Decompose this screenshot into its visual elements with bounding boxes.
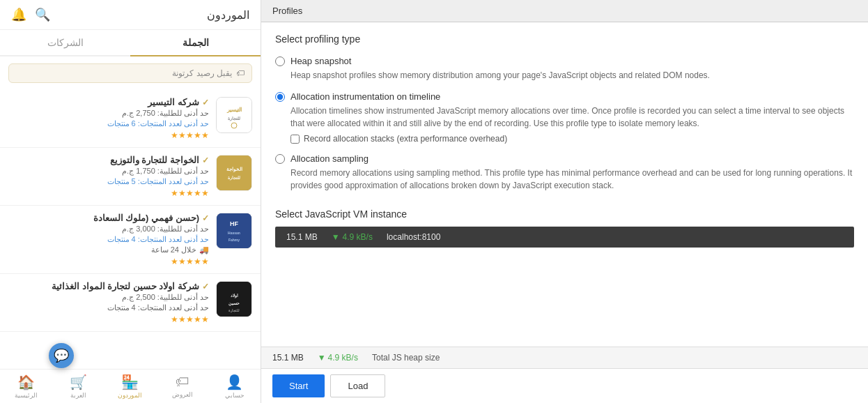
vendor-logo: التيسير للتجارة [216,97,252,133]
svg-rect-0 [217,98,251,132]
tab-companies[interactable]: الشركات [0,30,130,55]
allocation-instrumentation-title: Allocation instrumentation on timeline [290,91,440,102]
vendor-min-order: حد أدنى للطلبية: 1,750 ج.م [8,167,209,176]
heap-snapshot-radio[interactable] [275,56,285,66]
heap-size-label: Total JS heap size [372,353,440,363]
vendor-stars: ★★★★★ [8,314,209,324]
radio-group: Heap snapshot Heap snapshot profiles sho… [275,56,854,192]
search-icon[interactable]: 🔍 [35,7,50,22]
verified-badge: ✓ [202,98,209,107]
nav-item-vendors[interactable]: 🏪 الموردون [104,374,157,399]
heap-size-value: 15.1 MB [272,353,304,363]
heap-snapshot-desc: Heap snapshot profiles show memory distr… [290,69,854,82]
search-bar[interactable]: 🏷 يقبل رصيد كرتونة [8,63,252,83]
vendor-stars: ★★★★★ [8,257,209,266]
tab-wholesale[interactable]: الجملة [130,30,261,56]
svg-rect-4 [217,155,251,190]
chat-bubble[interactable]: 💬 [49,343,74,368]
svg-text:Hassan: Hassan [228,231,240,235]
header-icons: 🔔 🔍 [11,7,50,22]
profiles-tab[interactable]: Profiles [261,0,868,22]
verified-badge: ✓ [202,282,209,291]
profiles-content: Select profiling type Heap snapshot Heap… [261,22,868,347]
vendor-logo: اولاد حسين للتجارة [216,281,252,317]
svg-text:للتجارة: للتجارة [228,308,240,313]
allocation-sampling-option: Allocation sampling Record memory alloca… [275,153,854,192]
heap-snapshot-label[interactable]: Heap snapshot [275,56,854,66]
vendor-min-products: حد أدنى لعدد المنتجات: 5 منتجات [8,177,209,186]
vm-section-title: Select JavaScript VM instance [275,208,854,220]
svg-text:Fahmy: Fahmy [228,238,240,242]
svg-text:حسين: حسين [228,301,240,306]
cart-icon: 🛒 [70,374,87,390]
vm-instance-row[interactable]: 15.1 MB ▼ 4.9 kB/s localhost:8100 [275,227,854,248]
list-item[interactable]: التيسير للتجارة ✓ شركه التيسير حد أدنى ل… [0,90,261,148]
svg-text:اولاد: اولاد [231,294,238,298]
list-item[interactable]: اولاد حسين للتجارة ✓ شركة اولاد حسين لتج… [0,274,261,332]
download-arrow-icon: ▼ [332,232,340,242]
vendor-stars: ★★★★★ [8,188,209,198]
vendor-name: ✓ شركة اولاد حسين لتجارة المواد الغذائية [8,281,209,291]
nav-label: العروض [172,391,193,398]
verified-badge: ✓ [202,155,209,165]
allocation-sampling-radio[interactable] [275,154,285,164]
bell-icon[interactable]: 🔔 [11,7,26,22]
allocation-instrumentation-desc: Allocation timelines show instrumented J… [290,105,854,130]
allocation-instrumentation-option: Allocation instrumentation on timeline A… [275,91,854,144]
action-buttons: Start Load [261,368,868,403]
allocation-sampling-title: Allocation sampling [290,153,369,164]
vendor-name: ✓ (حسن فهمي (ملوك السعادة [8,213,209,223]
allocation-instrumentation-radio[interactable] [275,92,285,102]
allocation-sampling-label[interactable]: Allocation sampling [275,153,854,164]
svg-text:للتجارة: للتجارة [228,116,240,121]
home-icon: 🏠 [17,374,35,390]
nav-label: العربة [70,392,86,399]
nav-label: الموردون [118,392,142,399]
nav-item-home[interactable]: 🏠 الرئيسية [0,374,52,399]
vm-speed: ▼ 4.9 kB/s [332,232,373,242]
vm-size: 15.1 MB [286,232,318,242]
vendor-min-products: حد أدنى لعدد المنتجات: 6 منتجات [8,119,209,128]
svg-text:التيسير: التيسير [226,107,242,113]
allocation-stacks-label: Record allocation stacks (extra performa… [304,134,507,144]
list-item[interactable]: HF Hassan Fahmy ✓ (حسن فهمي (ملوك السعاد… [0,206,261,274]
vendor-min-products: حد أدنى لعدد المنتجات: 4 منتجات [8,303,209,312]
allocation-stacks-checkbox[interactable] [290,135,300,144]
list-item[interactable]: الخواجة للتجارة ✓ الخواجة للتجارة والتوز… [0,148,261,206]
bottom-stats-bar: 15.1 MB ▼ 4.9 kB/s Total JS heap size [261,347,868,368]
nav-item-cart[interactable]: 🛒 العربة [52,374,104,399]
svg-text:للتجارة: للتجارة [228,176,240,181]
heap-speed: ▼ 4.9 kB/s [318,353,358,363]
mobile-header: 🔔 🔍 الموردون [0,0,261,30]
allocation-instrumentation-label[interactable]: Allocation instrumentation on timeline [275,91,854,102]
bottom-nav: 🏠 الرئيسية 🛒 العربة 🏪 الموردون 🏷 العروض … [0,369,261,403]
start-button[interactable]: Start [272,374,325,397]
vendor-info: ✓ (حسن فهمي (ملوك السعادة حد أدنى للطلبي… [8,213,209,266]
vm-url: localhost:8100 [387,232,440,242]
speed-arrow-icon: ▼ [318,353,326,363]
nav-label: حسابي [225,392,245,399]
vendor-min-order: حد أدنى للطلبية: 2,500 ج.م [8,293,209,302]
filter-icon: 🏷 [236,68,245,78]
offers-icon: 🏷 [176,374,189,390]
svg-text:الخواجة: الخواجة [226,167,242,172]
vendor-logo: HF Hassan Fahmy [216,213,252,249]
page-title: الموردون [207,8,249,22]
devtools-panel: Profiles Select profiling type Heap snap… [261,0,868,403]
vendor-info: ✓ الخواجة للتجارة والتوزيع حد أدنى للطلب… [8,155,209,198]
load-button[interactable]: Load [330,374,385,397]
vendor-name: ✓ شركه التيسير [8,97,209,107]
nav-label: الرئيسية [15,392,38,399]
checkbox-row: Record allocation stacks (extra performa… [290,134,854,144]
search-label: يقبل رصيد كرتونة [172,68,232,78]
nav-item-offers[interactable]: 🏷 العروض [156,374,208,399]
nav-item-account[interactable]: 👤 حسابي [208,374,261,399]
allocation-sampling-desc: Record memory allocations using sampling… [290,167,854,192]
vendor-min-order: حد أدنى للطلبية: 2,750 ج.م [8,109,209,118]
vendors-icon: 🏪 [121,374,139,390]
verified-badge: ✓ [202,213,209,223]
account-icon: 👤 [226,374,243,390]
vendor-info: ✓ شركه التيسير حد أدنى للطلبية: 2,750 ج.… [8,97,209,140]
vendor-info: ✓ شركة اولاد حسين لتجارة المواد الغذائية… [8,281,209,324]
heap-snapshot-title: Heap snapshot [290,56,351,66]
